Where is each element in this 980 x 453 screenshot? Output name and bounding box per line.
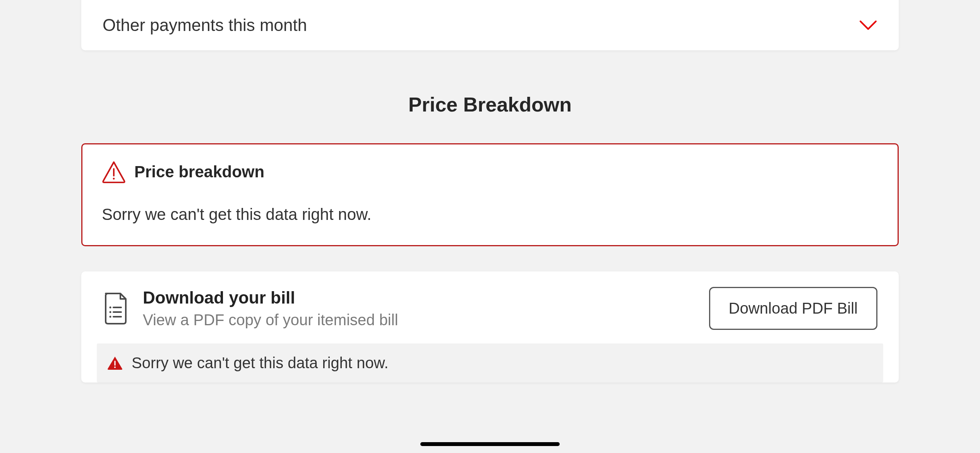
alert-title: Price breakdown <box>134 163 264 181</box>
svg-point-6 <box>110 316 111 317</box>
download-title: Download your bill <box>143 288 695 307</box>
svg-point-4 <box>110 311 111 313</box>
download-pdf-button[interactable]: Download PDF Bill <box>709 287 877 330</box>
svg-point-9 <box>114 366 116 368</box>
svg-point-1 <box>113 178 115 180</box>
chevron-down-icon <box>859 20 877 31</box>
download-bill-card: Download your bill View a PDF copy of yo… <box>81 271 899 383</box>
document-icon <box>103 293 129 324</box>
alert-message: Sorry we can't get this data right now. <box>102 205 878 224</box>
warning-solid-icon <box>108 357 122 370</box>
download-error-text: Sorry we can't get this data right now. <box>132 354 389 372</box>
warning-triangle-icon <box>102 160 126 184</box>
price-breakdown-heading: Price Breakdown <box>81 93 899 116</box>
other-payments-accordion[interactable]: Other payments this month <box>81 0 899 50</box>
alert-header: Price breakdown <box>102 160 878 184</box>
other-payments-card: Other payments this month <box>81 0 899 50</box>
download-error-strip: Sorry we can't get this data right now. <box>97 343 883 383</box>
svg-point-2 <box>110 306 111 308</box>
price-breakdown-alert: Price breakdown Sorry we can't get this … <box>81 143 899 246</box>
download-text-block: Download your bill View a PDF copy of yo… <box>143 288 695 329</box>
home-indicator[interactable] <box>420 442 560 446</box>
download-row: Download your bill View a PDF copy of yo… <box>97 287 883 343</box>
other-payments-label: Other payments this month <box>103 15 307 35</box>
download-subtitle: View a PDF copy of your itemised bill <box>143 311 695 329</box>
